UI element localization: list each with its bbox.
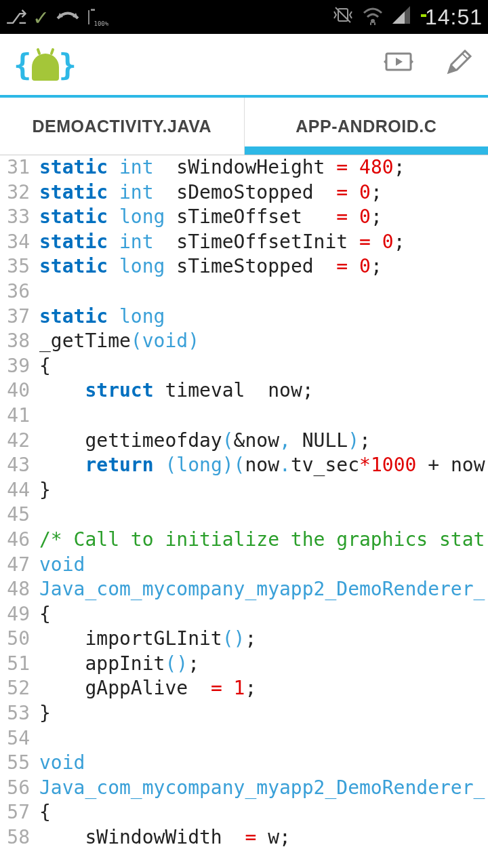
code-content[interactable]: static int sWindowHeight = 480; xyxy=(39,155,488,180)
line-number: 43 xyxy=(0,453,39,478)
line-number: 54 xyxy=(0,726,39,751)
code-line[interactable]: 35static long sTimeStopped = 0; xyxy=(0,254,488,279)
code-content[interactable]: static int sTimeOffsetInit = 0; xyxy=(39,230,488,255)
code-line[interactable]: 50 importGLInit(); xyxy=(0,627,488,652)
code-line[interactable]: 34static int sTimeOffsetInit = 0; xyxy=(0,230,488,255)
code-content[interactable] xyxy=(39,502,488,528)
line-number: 34 xyxy=(0,230,39,255)
check-icon: ✓ xyxy=(34,3,47,31)
code-line[interactable]: 48Java_com_mycompany_myapp2_DemoRenderer… xyxy=(0,577,488,602)
code-content[interactable]: { xyxy=(39,602,488,627)
line-number: 56 xyxy=(0,776,39,801)
sync-icon xyxy=(54,5,81,30)
battery-percent: 100% xyxy=(94,20,108,27)
line-number: 41 xyxy=(0,403,39,429)
line-number: 50 xyxy=(0,627,39,652)
code-content[interactable]: gAppAlive = 1; xyxy=(39,676,488,701)
line-number: 51 xyxy=(0,652,39,677)
code-content[interactable]: } xyxy=(39,701,488,726)
code-line[interactable]: 42 gettimeofday(&now, NULL); xyxy=(0,429,488,454)
code-content[interactable]: } xyxy=(39,478,488,503)
code-line[interactable]: 43 return (long)(now.tv_sec*1000 + now xyxy=(0,453,488,478)
code-line[interactable]: 46/* Call to initialize the graphics sta… xyxy=(0,528,488,553)
status-left: ⎇ ✓ 100% xyxy=(5,3,111,31)
app-logo[interactable]: {} xyxy=(14,47,77,82)
line-number: 49 xyxy=(0,602,39,627)
usb-icon: ⎇ xyxy=(5,6,27,28)
code-line[interactable]: 31static int sWindowHeight = 480; xyxy=(0,155,488,180)
code-content[interactable]: { xyxy=(39,354,488,379)
code-content[interactable]: static long xyxy=(39,304,488,330)
code-content[interactable]: static int sDemoStopped = 0; xyxy=(39,180,488,205)
code-line[interactable]: 41 xyxy=(0,403,488,429)
tab-app-android[interactable]: APP-ANDROID.C xyxy=(245,98,489,155)
code-content[interactable]: static long sTimeStopped = 0; xyxy=(39,254,488,279)
code-content[interactable]: _getTime(void) xyxy=(39,329,488,354)
wifi-icon xyxy=(361,5,384,30)
code-line[interactable]: 36 xyxy=(0,279,488,304)
tab-bar: DEMOACTIVITY.JAVA APP-ANDROID.C xyxy=(0,98,488,155)
tab-label: DEMOACTIVITY.JAVA xyxy=(32,117,211,136)
code-line[interactable]: 38_getTime(void) xyxy=(0,329,488,354)
line-number: 37 xyxy=(0,304,39,330)
line-number: 40 xyxy=(0,378,39,403)
line-number: 47 xyxy=(0,553,39,578)
line-number: 42 xyxy=(0,429,39,454)
code-line[interactable]: 58 sWindowWidth = w; xyxy=(0,825,488,850)
code-content[interactable]: return (long)(now.tv_sec*1000 + now xyxy=(39,453,488,478)
code-content[interactable]: Java_com_mycompany_myapp2_DemoRenderer_ xyxy=(39,577,488,602)
code-line[interactable]: 33static long sTimeOffset = 0; xyxy=(0,205,488,230)
code-content[interactable]: { xyxy=(39,800,488,825)
code-line[interactable]: 49{ xyxy=(0,602,488,627)
code-line[interactable]: 57{ xyxy=(0,800,488,825)
code-line[interactable]: 40 struct timeval now; xyxy=(0,378,488,403)
code-content[interactable]: void xyxy=(39,553,488,578)
code-line[interactable]: 54 xyxy=(0,726,488,751)
line-number: 39 xyxy=(0,354,39,379)
code-content[interactable] xyxy=(39,279,488,304)
code-content[interactable]: void xyxy=(39,751,488,776)
line-number: 33 xyxy=(0,205,39,230)
code-line[interactable]: 56Java_com_mycompany_myapp2_DemoRenderer… xyxy=(0,776,488,801)
code-line[interactable]: 53} xyxy=(0,701,488,726)
code-content[interactable]: gettimeofday(&now, NULL); xyxy=(39,429,488,454)
signal-icon xyxy=(391,5,411,30)
code-line[interactable]: 52 gAppAlive = 1; xyxy=(0,676,488,701)
battery-small-icon xyxy=(88,11,89,24)
code-line[interactable]: 47void xyxy=(0,553,488,578)
code-line[interactable]: 39{ xyxy=(0,354,488,379)
line-number: 52 xyxy=(0,676,39,701)
code-content[interactable]: /* Call to initialize the graphics stat xyxy=(39,528,488,553)
code-line[interactable]: 55void xyxy=(0,751,488,776)
line-number: 31 xyxy=(0,155,39,180)
status-clock: 14:51 xyxy=(425,5,483,30)
code-content[interactable]: Java_com_mycompany_myapp2_DemoRenderer_ xyxy=(39,776,488,801)
pencil-icon[interactable] xyxy=(442,47,474,82)
vibrate-icon xyxy=(331,5,354,30)
tab-label: APP-ANDROID.C xyxy=(296,117,436,136)
line-number: 32 xyxy=(0,180,39,205)
code-content[interactable]: sWindowWidth = w; xyxy=(39,825,488,850)
code-content[interactable] xyxy=(39,403,488,429)
line-number: 36 xyxy=(0,279,39,304)
code-content[interactable]: importGLInit(); xyxy=(39,627,488,652)
tab-demoactivity[interactable]: DEMOACTIVITY.JAVA xyxy=(0,98,245,155)
code-line[interactable]: 32static int sDemoStopped = 0; xyxy=(0,180,488,205)
app-actions xyxy=(382,47,474,82)
code-content[interactable]: struct timeval now; xyxy=(39,378,488,403)
code-editor[interactable]: 31static int sWindowHeight = 480;32stati… xyxy=(0,155,488,850)
run-icon[interactable] xyxy=(382,47,415,82)
code-content[interactable] xyxy=(39,726,488,751)
code-line[interactable]: 37static long xyxy=(0,304,488,330)
status-right: 14:51 xyxy=(331,5,483,30)
code-line[interactable]: 44} xyxy=(0,478,488,503)
line-number: 35 xyxy=(0,254,39,279)
code-content[interactable]: static long sTimeOffset = 0; xyxy=(39,205,488,230)
code-content[interactable]: appInit(); xyxy=(39,652,488,677)
line-number: 57 xyxy=(0,800,39,825)
line-number: 53 xyxy=(0,701,39,726)
code-line[interactable]: 51 appInit(); xyxy=(0,652,488,677)
app-bar: {} xyxy=(0,34,488,98)
code-line[interactable]: 45 xyxy=(0,502,488,528)
line-number: 44 xyxy=(0,478,39,503)
